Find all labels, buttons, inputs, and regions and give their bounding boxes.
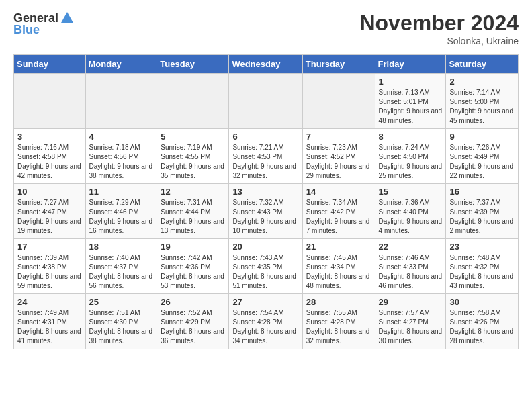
calendar-cell: 9Sunrise: 7:26 AMSunset: 4:49 PMDaylight… — [446, 129, 519, 184]
day-info: Sunrise: 7:43 AMSunset: 4:35 PMDaylight:… — [232, 253, 298, 291]
weekday-header-thursday: Thursday — [302, 55, 375, 74]
day-info: Sunrise: 7:54 AMSunset: 4:28 PMDaylight:… — [232, 308, 298, 346]
calendar-cell: 22Sunrise: 7:46 AMSunset: 4:33 PMDayligh… — [375, 239, 446, 294]
day-info: Sunrise: 7:49 AMSunset: 4:31 PMDaylight:… — [17, 308, 82, 346]
day-number: 10 — [17, 187, 82, 197]
calendar-week-row: 17Sunrise: 7:39 AMSunset: 4:38 PMDayligh… — [14, 239, 519, 294]
calendar-cell: 12Sunrise: 7:31 AMSunset: 4:44 PMDayligh… — [157, 184, 229, 239]
day-info: Sunrise: 7:23 AMSunset: 4:52 PMDaylight:… — [306, 143, 371, 181]
calendar-cell: 8Sunrise: 7:24 AMSunset: 4:50 PMDaylight… — [375, 129, 446, 184]
day-info: Sunrise: 7:37 AMSunset: 4:39 PMDaylight:… — [449, 198, 515, 236]
calendar-cell: 18Sunrise: 7:40 AMSunset: 4:37 PMDayligh… — [85, 239, 157, 294]
calendar-cell: 19Sunrise: 7:42 AMSunset: 4:36 PMDayligh… — [157, 239, 229, 294]
weekday-header-friday: Friday — [375, 55, 446, 74]
day-info: Sunrise: 7:46 AMSunset: 4:33 PMDaylight:… — [379, 253, 443, 291]
day-number: 29 — [379, 297, 443, 307]
calendar-cell — [302, 74, 375, 129]
calendar-cell: 30Sunrise: 7:58 AMSunset: 4:26 PMDayligh… — [446, 294, 519, 349]
calendar-week-row: 3Sunrise: 7:16 AMSunset: 4:58 PMDaylight… — [14, 129, 519, 184]
day-info: Sunrise: 7:29 AMSunset: 4:46 PMDaylight:… — [89, 198, 154, 236]
day-number: 8 — [379, 132, 443, 142]
calendar-cell: 16Sunrise: 7:37 AMSunset: 4:39 PMDayligh… — [446, 184, 519, 239]
day-number: 12 — [161, 187, 225, 197]
calendar-cell: 29Sunrise: 7:57 AMSunset: 4:27 PMDayligh… — [375, 294, 446, 349]
calendar-cell: 25Sunrise: 7:51 AMSunset: 4:30 PMDayligh… — [85, 294, 157, 349]
calendar-cell: 20Sunrise: 7:43 AMSunset: 4:35 PMDayligh… — [229, 239, 302, 294]
calendar-cell: 15Sunrise: 7:36 AMSunset: 4:40 PMDayligh… — [375, 184, 446, 239]
day-number: 18 — [89, 242, 154, 252]
calendar-cell: 11Sunrise: 7:29 AMSunset: 4:46 PMDayligh… — [85, 184, 157, 239]
svg-marker-0 — [61, 12, 73, 23]
day-number: 19 — [161, 242, 225, 252]
day-info: Sunrise: 7:58 AMSunset: 4:26 PMDaylight:… — [449, 308, 515, 346]
day-info: Sunrise: 7:32 AMSunset: 4:43 PMDaylight:… — [232, 198, 298, 236]
calendar-cell: 10Sunrise: 7:27 AMSunset: 4:47 PMDayligh… — [14, 184, 86, 239]
weekday-header-saturday: Saturday — [446, 55, 519, 74]
day-number: 6 — [232, 132, 298, 142]
calendar-week-row: 24Sunrise: 7:49 AMSunset: 4:31 PMDayligh… — [14, 294, 519, 349]
calendar-cell: 2Sunrise: 7:14 AMSunset: 5:00 PMDaylight… — [446, 74, 519, 129]
location-subtitle: Solonka, Ukraine — [359, 36, 519, 46]
calendar-cell — [85, 74, 157, 129]
weekday-header-tuesday: Tuesday — [157, 55, 229, 74]
calendar-cell: 14Sunrise: 7:34 AMSunset: 4:42 PMDayligh… — [302, 184, 375, 239]
day-info: Sunrise: 7:39 AMSunset: 4:38 PMDaylight:… — [17, 253, 82, 291]
logo-blue-text: Blue — [13, 23, 75, 37]
day-number: 24 — [17, 297, 82, 307]
calendar-cell: 27Sunrise: 7:54 AMSunset: 4:28 PMDayligh… — [229, 294, 302, 349]
day-info: Sunrise: 7:24 AMSunset: 4:50 PMDaylight:… — [379, 143, 443, 181]
day-number: 26 — [161, 297, 225, 307]
day-number: 13 — [232, 187, 298, 197]
calendar-cell: 23Sunrise: 7:48 AMSunset: 4:32 PMDayligh… — [446, 239, 519, 294]
weekday-header-row: SundayMondayTuesdayWednesdayThursdayFrid… — [14, 55, 519, 74]
calendar-cell — [14, 74, 86, 129]
day-info: Sunrise: 7:48 AMSunset: 4:32 PMDaylight:… — [449, 253, 515, 291]
calendar-cell: 13Sunrise: 7:32 AMSunset: 4:43 PMDayligh… — [229, 184, 302, 239]
day-number: 14 — [306, 187, 371, 197]
calendar-cell: 5Sunrise: 7:19 AMSunset: 4:55 PMDaylight… — [157, 129, 229, 184]
day-number: 16 — [449, 187, 515, 197]
day-number: 20 — [232, 242, 298, 252]
day-number: 17 — [17, 242, 82, 252]
weekday-header-monday: Monday — [85, 55, 157, 74]
day-number: 9 — [449, 132, 515, 142]
calendar-cell: 17Sunrise: 7:39 AMSunset: 4:38 PMDayligh… — [14, 239, 86, 294]
day-number: 28 — [306, 297, 371, 307]
day-info: Sunrise: 7:31 AMSunset: 4:44 PMDaylight:… — [161, 198, 225, 236]
day-info: Sunrise: 7:21 AMSunset: 4:53 PMDaylight:… — [232, 143, 298, 181]
day-number: 11 — [89, 187, 154, 197]
title-block: November 2024 Solonka, Ukraine — [359, 11, 519, 46]
day-number: 21 — [306, 242, 371, 252]
day-info: Sunrise: 7:27 AMSunset: 4:47 PMDaylight:… — [17, 198, 82, 236]
day-number: 22 — [379, 242, 443, 252]
day-number: 27 — [232, 297, 298, 307]
day-number: 5 — [161, 132, 225, 142]
day-info: Sunrise: 7:26 AMSunset: 4:49 PMDaylight:… — [449, 143, 515, 181]
calendar-cell: 6Sunrise: 7:21 AMSunset: 4:53 PMDaylight… — [229, 129, 302, 184]
day-info: Sunrise: 7:36 AMSunset: 4:40 PMDaylight:… — [379, 198, 443, 236]
day-number: 3 — [17, 132, 82, 142]
day-number: 7 — [306, 132, 371, 142]
calendar-table: SundayMondayTuesdayWednesdayThursdayFrid… — [13, 54, 519, 349]
weekday-header-sunday: Sunday — [14, 55, 86, 74]
day-info: Sunrise: 7:40 AMSunset: 4:37 PMDaylight:… — [89, 253, 154, 291]
calendar-cell: 1Sunrise: 7:13 AMSunset: 5:01 PMDaylight… — [375, 74, 446, 129]
calendar-cell: 4Sunrise: 7:18 AMSunset: 4:56 PMDaylight… — [85, 129, 157, 184]
day-info: Sunrise: 7:52 AMSunset: 4:29 PMDaylight:… — [161, 308, 225, 346]
header: General Blue November 2024 Solonka, Ukra… — [13, 11, 519, 46]
calendar-week-row: 1Sunrise: 7:13 AMSunset: 5:01 PMDaylight… — [14, 74, 519, 129]
day-info: Sunrise: 7:57 AMSunset: 4:27 PMDaylight:… — [379, 308, 443, 346]
logo: General Blue — [13, 11, 75, 37]
day-number: 25 — [89, 297, 154, 307]
day-info: Sunrise: 7:14 AMSunset: 5:00 PMDaylight:… — [449, 88, 515, 126]
page-container: General Blue November 2024 Solonka, Ukra… — [0, 0, 532, 360]
calendar-cell: 26Sunrise: 7:52 AMSunset: 4:29 PMDayligh… — [157, 294, 229, 349]
calendar-cell — [157, 74, 229, 129]
day-info: Sunrise: 7:55 AMSunset: 4:28 PMDaylight:… — [306, 308, 371, 346]
day-info: Sunrise: 7:19 AMSunset: 4:55 PMDaylight:… — [161, 143, 225, 181]
calendar-cell: 28Sunrise: 7:55 AMSunset: 4:28 PMDayligh… — [302, 294, 375, 349]
calendar-cell: 7Sunrise: 7:23 AMSunset: 4:52 PMDaylight… — [302, 129, 375, 184]
day-info: Sunrise: 7:13 AMSunset: 5:01 PMDaylight:… — [379, 88, 443, 126]
weekday-header-wednesday: Wednesday — [229, 55, 302, 74]
day-number: 1 — [379, 77, 443, 87]
